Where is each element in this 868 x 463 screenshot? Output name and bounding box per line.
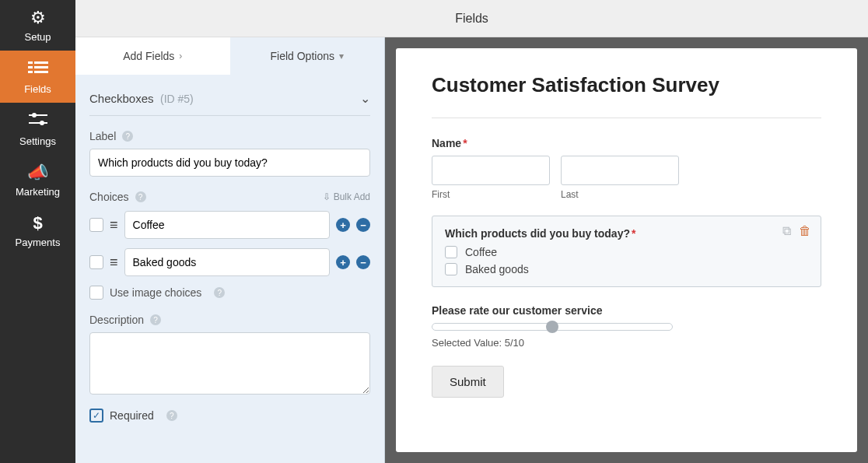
topbar-title: Fields	[455, 12, 488, 26]
help-icon[interactable]: ?	[214, 287, 225, 298]
choice-default-checkbox[interactable]	[89, 218, 103, 232]
trash-icon[interactable]: 🗑	[799, 224, 811, 238]
dollar-icon: $	[3, 215, 72, 232]
choice-input[interactable]	[124, 211, 330, 239]
choice-input[interactable]	[124, 248, 330, 276]
rating-slider[interactable]	[432, 323, 673, 331]
name-label-text: Name	[432, 137, 461, 149]
section-type: Checkboxes	[89, 92, 154, 105]
svg-rect-3	[34, 66, 48, 68]
help-icon[interactable]: ?	[122, 131, 133, 142]
nav-setup-label: Setup	[25, 31, 51, 43]
name-field-label: Name*	[432, 137, 821, 149]
nav-marketing-label: Marketing	[16, 186, 60, 198]
download-icon: ⇩	[323, 191, 331, 202]
required-checkbox[interactable]: ✓	[89, 409, 103, 423]
columns: Add Fields › Field Options ▾ Checkboxes …	[75, 37, 868, 463]
last-name-input[interactable]	[561, 156, 679, 185]
gear-icon: ⚙	[3, 9, 72, 26]
name-fields: First Last	[432, 156, 821, 200]
tab-bar: Add Fields › Field Options ▾	[75, 37, 384, 75]
drag-handle-icon[interactable]: ≡	[110, 254, 118, 271]
svg-rect-0	[28, 61, 33, 64]
chevron-right-icon: ›	[179, 51, 182, 61]
svg-point-9	[40, 121, 44, 125]
list-icon	[3, 60, 72, 79]
bulk-add-link[interactable]: ⇩ Bulk Add	[323, 191, 370, 202]
tab-add-fields[interactable]: Add Fields ›	[75, 37, 230, 75]
choice-row: ≡ + −	[89, 211, 370, 239]
megaphone-icon: 📣	[3, 164, 72, 181]
last-sublabel: Last	[561, 189, 679, 200]
left-nav: ⚙ Setup Fields Settings 📣 Marketing $ Pa…	[0, 0, 75, 463]
preview-wrap: Customer Satisfaction Survey Name* First…	[385, 37, 868, 463]
question-label: Which products did you buy today?*	[445, 227, 808, 240]
required-asterisk: *	[632, 227, 635, 240]
required-label: Required	[110, 409, 154, 422]
svg-rect-5	[34, 71, 48, 73]
chevron-down-icon: ▾	[339, 51, 344, 61]
description-textarea[interactable]	[89, 332, 370, 395]
help-icon[interactable]: ?	[150, 314, 161, 325]
option-label: Baked goods	[465, 263, 529, 275]
description-label: Description	[89, 314, 144, 326]
label-input[interactable]	[89, 149, 370, 177]
nav-marketing[interactable]: 📣 Marketing	[0, 155, 75, 205]
main-area: Fields Add Fields › Field Options ▾ Chec…	[75, 0, 868, 463]
nav-setup[interactable]: ⚙ Setup	[0, 0, 75, 51]
bulk-add-label: Bulk Add	[334, 191, 370, 202]
svg-rect-1	[34, 61, 48, 64]
choices-title: Choices	[89, 191, 129, 203]
duplicate-icon[interactable]: ⧉	[782, 224, 791, 238]
help-icon[interactable]: ?	[166, 410, 177, 421]
nav-settings[interactable]: Settings	[0, 103, 75, 155]
tab-field-options-label: Field Options	[271, 50, 334, 62]
section-header[interactable]: Checkboxes (ID #5) ⌄	[89, 86, 370, 116]
selected-field[interactable]: ⧉ 🗑 Which products did you buy today?* C…	[432, 216, 821, 287]
help-icon[interactable]: ?	[135, 191, 146, 202]
nav-settings-label: Settings	[19, 135, 56, 147]
rating-label: Please rate our customer service	[432, 304, 821, 317]
image-choices-checkbox[interactable]	[89, 286, 103, 300]
topbar: Fields	[75, 0, 868, 37]
svg-point-7	[32, 113, 37, 118]
tab-field-options[interactable]: Field Options ▾	[230, 37, 385, 75]
drag-handle-icon[interactable]: ≡	[110, 217, 118, 233]
svg-rect-2	[28, 66, 33, 68]
remove-choice-button[interactable]: −	[356, 218, 370, 232]
required-row: ✓ Required ?	[89, 409, 370, 423]
divider	[432, 118, 821, 118]
nav-fields[interactable]: Fields	[0, 51, 75, 103]
panel-body: Checkboxes (ID #5) ⌄ Label ? Choices	[75, 75, 384, 463]
form-title: Customer Satisfaction Survey	[432, 73, 821, 97]
nav-payments-label: Payments	[16, 237, 61, 248]
label-title: Label	[89, 130, 116, 142]
submit-button[interactable]: Submit	[432, 366, 504, 398]
option-label: Coffee	[465, 246, 497, 258]
image-choices-row: Use image choices ?	[89, 286, 370, 300]
remove-choice-button[interactable]: −	[356, 255, 370, 269]
chevron-down-icon: ⌄	[360, 91, 370, 106]
svg-rect-4	[28, 71, 33, 73]
nav-payments[interactable]: $ Payments	[0, 205, 75, 256]
choice-default-checkbox[interactable]	[89, 255, 103, 269]
nav-fields-label: Fields	[24, 83, 51, 95]
add-choice-button[interactable]: +	[336, 255, 350, 269]
rating-value-text: Selected Value: 5/10	[432, 337, 821, 349]
section-id: (ID #5)	[160, 93, 194, 105]
option-row: Coffee	[445, 246, 808, 258]
first-name-input[interactable]	[432, 156, 550, 185]
tab-add-fields-label: Add Fields	[123, 50, 174, 62]
add-choice-button[interactable]: +	[336, 218, 350, 232]
choice-row: ≡ + −	[89, 248, 370, 276]
slider-thumb[interactable]	[546, 321, 558, 333]
first-sublabel: First	[432, 189, 550, 200]
option-row: Baked goods	[445, 263, 808, 275]
image-choices-label: Use image choices	[110, 286, 201, 299]
field-actions: ⧉ 🗑	[782, 224, 811, 238]
required-asterisk: *	[463, 137, 467, 149]
form-preview: Customer Satisfaction Survey Name* First…	[396, 48, 857, 452]
option-checkbox[interactable]	[445, 263, 457, 275]
option-checkbox[interactable]	[445, 246, 457, 258]
side-panel: Add Fields › Field Options ▾ Checkboxes …	[75, 37, 385, 463]
